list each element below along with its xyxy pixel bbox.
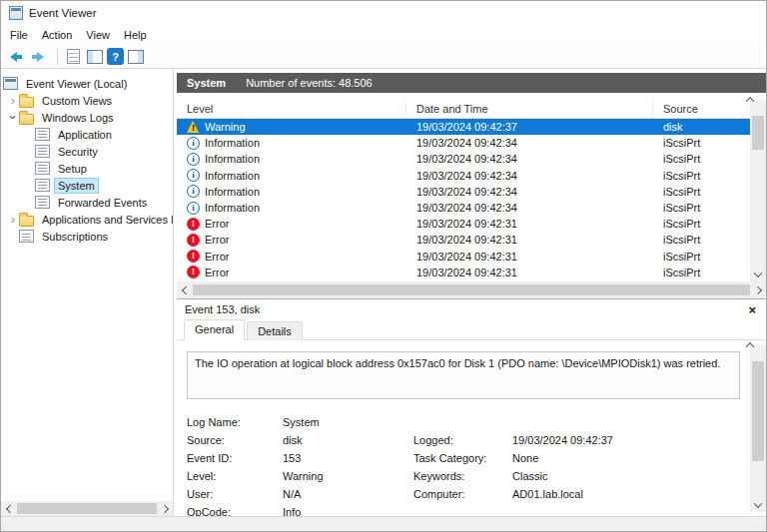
event-row[interactable]: Information 19/03/2024 09:42:34 iScsiPrt — [177, 200, 750, 216]
scrollbar-track[interactable] — [192, 281, 751, 298]
expander-icon[interactable] — [7, 94, 19, 108]
preview-vertical-scrollbar[interactable] — [750, 345, 766, 512]
level-icon — [187, 250, 200, 263]
scroll-right-icon[interactable] — [751, 282, 766, 297]
event-datetime: 19/03/2024 09:42:31 — [406, 251, 653, 263]
event-property-row: Event ID: 153 Task Category: None — [187, 449, 736, 467]
close-preview-icon[interactable]: × — [748, 303, 756, 316]
event-level: Error — [205, 218, 229, 230]
export-list-icon[interactable] — [63, 47, 83, 67]
event-datetime: 19/03/2024 09:42:34 — [406, 186, 653, 198]
field-label: Level: — [187, 470, 283, 482]
sidebar-item-applications-and-services-logs[interactable]: Applications and Services Lo — [1, 211, 173, 228]
sidebar-item-subscriptions[interactable]: Subscriptions — [1, 228, 173, 245]
event-row[interactable]: Error 19/03/2024 09:42:31 iScsiPrt — [177, 249, 750, 265]
expander-icon[interactable] — [7, 213, 19, 227]
event-source: iScsiPrt — [653, 137, 750, 149]
action-pane-icon[interactable] — [126, 47, 146, 67]
sidebar-item-application[interactable]: Application — [1, 126, 173, 143]
column-header-level[interactable]: Level — [177, 100, 406, 118]
sidebar-item-forwarded-events[interactable]: Forwarded Events — [1, 194, 173, 211]
event-level: Information — [205, 202, 260, 214]
event-row[interactable]: Information 19/03/2024 09:42:34 iScsiPrt — [177, 168, 750, 184]
tree-item-icon — [19, 97, 34, 108]
level-icon — [187, 121, 200, 134]
forward-icon[interactable] — [28, 47, 48, 67]
tree-item-icon — [35, 196, 50, 209]
scrollbar-thumb[interactable] — [752, 116, 764, 150]
event-datetime: 19/03/2024 09:42:34 — [406, 170, 653, 182]
scrollbar-track[interactable] — [16, 501, 158, 516]
field-value: Warning — [283, 470, 413, 482]
scroll-down-icon[interactable] — [750, 266, 765, 281]
scrollbar-thumb[interactable] — [752, 361, 764, 461]
sidebar-item-system[interactable]: System — [1, 177, 173, 194]
event-property-row: User: N/A Computer: AD01.lab.local — [187, 485, 736, 503]
window-footer — [1, 516, 766, 531]
level-icon — [187, 218, 200, 231]
event-list-vertical-scrollbar[interactable] — [750, 100, 766, 281]
field-label: Logged: — [413, 434, 512, 446]
event-list-horizontal-scrollbar[interactable] — [177, 281, 766, 298]
scrollbar-thumb[interactable] — [17, 503, 157, 514]
event-row[interactable]: Information 19/03/2024 09:42:34 iScsiPrt — [177, 184, 750, 200]
menu-item[interactable]: File — [3, 27, 35, 43]
menu-item[interactable]: Action — [35, 27, 80, 43]
tree-item-label: Forwarded Events — [55, 196, 150, 210]
event-datetime: 19/03/2024 09:42:31 — [406, 218, 653, 230]
sidebar-horizontal-scrollbar[interactable] — [1, 501, 173, 516]
field-label: Source: — [187, 434, 283, 446]
tab-general[interactable]: General — [184, 319, 245, 340]
expander-icon[interactable] — [7, 111, 19, 125]
tree-item-label: Subscriptions — [39, 230, 111, 244]
column-header-source[interactable]: Source — [653, 100, 750, 118]
back-icon[interactable] — [6, 47, 26, 67]
event-list: Level Date and Time Source Warning 19/03… — [177, 100, 766, 298]
menu-item[interactable]: Help — [117, 27, 154, 43]
scroll-right-icon[interactable] — [158, 501, 173, 516]
event-level: Information — [205, 186, 260, 198]
scrollbar-thumb[interactable] — [193, 284, 750, 295]
scroll-left-icon[interactable] — [177, 282, 192, 297]
results-count: Number of events: 48.506 — [246, 77, 373, 89]
sidebar-item-windows-logs[interactable]: Windows Logs — [1, 109, 173, 126]
event-level: Error — [205, 234, 229, 246]
sidebar-item-setup[interactable]: Setup — [1, 160, 173, 177]
column-header-date-and-time[interactable]: Date and Time — [406, 100, 653, 118]
tab-details[interactable]: Details — [247, 321, 303, 340]
sidebar-item-security[interactable]: Security — [1, 143, 173, 160]
event-row[interactable]: Information 19/03/2024 09:42:34 iScsiPrt — [177, 151, 750, 167]
event-row[interactable]: Information 19/03/2024 09:42:34 iScsiPrt — [177, 135, 750, 151]
event-property-row: OpCode: Info — [187, 503, 736, 516]
event-level: Error — [205, 266, 229, 278]
tree-item-icon — [3, 77, 18, 90]
tree-item-label: Event Viewer (Local) — [23, 77, 130, 91]
tree-item-label: Custom Views — [39, 94, 115, 108]
menu-item[interactable]: View — [79, 27, 117, 43]
field-value: None — [512, 452, 736, 464]
preview-pane: Event 153, disk × General Details The IO… — [177, 298, 766, 516]
sidebar-item-event-viewer-local[interactable]: Event Viewer (Local) — [1, 75, 173, 92]
scroll-left-icon[interactable] — [1, 501, 16, 516]
tree-item-icon — [19, 230, 34, 243]
field-value: N/A — [283, 488, 413, 500]
field-value: 153 — [283, 452, 413, 464]
scroll-down-icon[interactable] — [750, 497, 765, 512]
event-row[interactable]: Warning 19/03/2024 09:42:37 disk — [177, 119, 750, 135]
event-level: Information — [205, 137, 260, 149]
results-title: System — [187, 77, 226, 89]
tree-item-label: Application — [55, 128, 115, 142]
tree-item-label: Windows Logs — [39, 111, 117, 125]
preview-general-tab-content: The IO operation at logical block addres… — [177, 341, 766, 516]
event-row[interactable]: Error 19/03/2024 09:42:31 iScsiPrt — [177, 216, 750, 232]
event-list-body: Warning 19/03/2024 09:42:37 disk Informa… — [177, 119, 750, 281]
event-level: Information — [205, 153, 260, 165]
event-level: Information — [205, 170, 260, 182]
event-row[interactable]: Error 19/03/2024 09:42:31 iScsiPrt — [177, 265, 750, 280]
console-tree-icon[interactable] — [85, 47, 105, 67]
event-property-row: Log Name: System — [187, 413, 736, 431]
titlebar: Event Viewer — [1, 1, 766, 25]
event-row[interactable]: Error 19/03/2024 09:42:31 iScsiPrt — [177, 232, 750, 248]
sidebar-item-custom-views[interactable]: Custom Views — [1, 92, 173, 109]
help-icon[interactable]: ? — [107, 48, 124, 65]
